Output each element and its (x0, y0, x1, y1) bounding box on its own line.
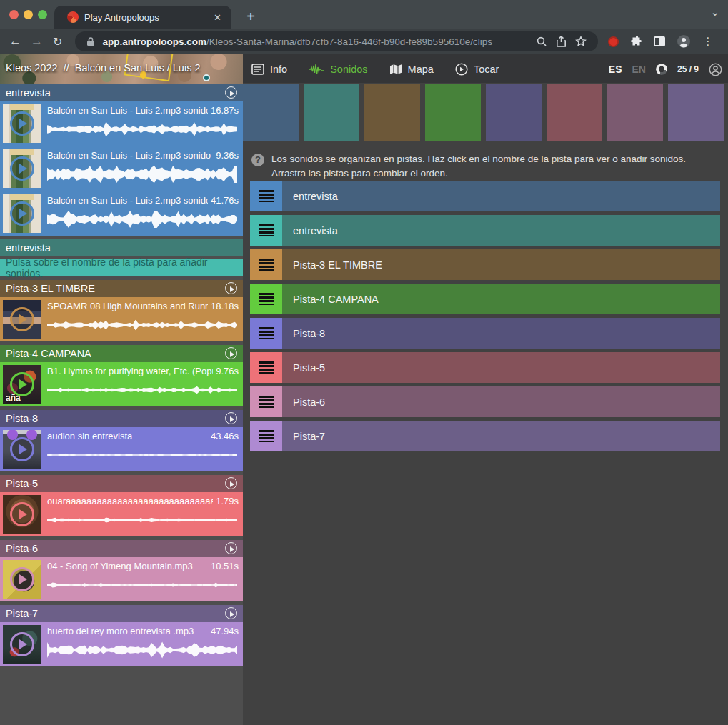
audio-clip[interactable]: Balcón en San Luis - Luis 2.mp3 sonido h… (0, 191, 243, 236)
track-row[interactable]: Pista-8 (250, 318, 720, 349)
close-window-button[interactable] (9, 10, 19, 19)
track-header[interactable]: Pista-4 CAMPANA (0, 345, 243, 362)
track-play-button[interactable] (225, 542, 237, 554)
track-header[interactable]: Pista-3 EL TIMBRE (0, 280, 243, 297)
profile-avatar[interactable] (677, 34, 691, 49)
drag-handle[interactable] (250, 352, 282, 383)
drag-handle[interactable] (250, 284, 282, 314)
tab-close-icon[interactable]: ✕ (211, 11, 224, 24)
waveform (47, 511, 237, 529)
play-overlay-icon[interactable] (10, 111, 34, 136)
lang-es-button[interactable]: ES (609, 64, 622, 75)
track-row-label[interactable]: entrevista (282, 215, 720, 246)
address-bar[interactable]: app.antropoloops.com/Kleos-Santa-Marina/… (75, 31, 598, 51)
play-overlay-icon[interactable] (10, 201, 34, 226)
track-row-label[interactable]: Pista-4 CAMPANA (282, 284, 720, 314)
forward-button[interactable]: → (31, 34, 43, 49)
play-overlay-icon[interactable] (10, 502, 34, 526)
maximize-window-button[interactable] (38, 10, 47, 19)
drag-handle[interactable] (250, 386, 282, 417)
track-header[interactable]: entrevista (0, 84, 243, 101)
clip-title: B1. Hymns for purifying water, Etc. (Pop… (47, 366, 213, 376)
play-overlay-icon[interactable] (10, 632, 34, 656)
tab-search-chevron-icon[interactable]: ⌄ (710, 6, 719, 19)
play-overlay-icon[interactable] (10, 567, 34, 591)
drag-handle[interactable] (250, 249, 282, 280)
track-row-label[interactable]: Pista-3 EL TIMBRE (282, 249, 720, 280)
audio-clip[interactable]: aña B1. Hymns for purifying water, Etc. … (0, 362, 243, 406)
extensions-puzzle-icon[interactable] (630, 36, 642, 48)
play-overlay-icon[interactable] (10, 307, 34, 331)
browser-tab[interactable]: Play Antropoloops ✕ (54, 6, 231, 29)
track-row[interactable]: Pista-7 (250, 421, 720, 451)
record-extension-icon[interactable] (608, 36, 619, 47)
track-row-label[interactable]: entrevista (282, 181, 720, 211)
drag-handle[interactable] (250, 181, 282, 211)
account-icon[interactable] (709, 63, 722, 76)
track-play-button[interactable] (225, 282, 237, 294)
play-overlay-icon[interactable] (10, 156, 34, 181)
reload-button[interactable]: ↻ (53, 35, 62, 49)
color-swatch[interactable] (547, 84, 602, 141)
track-row[interactable]: Pista-5 (250, 352, 720, 383)
load-counter: 25 / 9 (677, 64, 699, 74)
drag-handle[interactable] (250, 215, 282, 246)
track-play-button[interactable] (225, 607, 237, 619)
track-header[interactable]: entrevista (0, 239, 243, 256)
share-icon[interactable] (556, 36, 567, 47)
color-swatch[interactable] (243, 84, 299, 141)
color-swatch[interactable] (425, 84, 481, 141)
clip-duration: 9.76s (216, 366, 239, 376)
track-play-button[interactable] (225, 347, 237, 359)
track-play-button[interactable] (225, 86, 237, 99)
track-row[interactable]: Pista-6 (250, 386, 720, 417)
audio-clip[interactable]: ouaraaaaaaaaaaaaaaaaaaaaaaaaaaaaaaaaaaaa… (0, 492, 243, 536)
drag-handle[interactable] (250, 421, 282, 451)
map-banner[interactable]: Kleos 2022 // Balcón en San Luis / Luis … (0, 54, 243, 84)
lang-en-button[interactable]: EN (632, 64, 646, 75)
track-row[interactable]: entrevista (250, 181, 720, 211)
track-row[interactable]: entrevista (250, 215, 720, 246)
audio-clip[interactable]: Balcón en San Luis - Luis 2.mp3 sonido h… (0, 146, 243, 191)
drag-handle[interactable] (250, 318, 282, 349)
side-panel-icon[interactable] (654, 36, 665, 46)
track-row-label[interactable]: Pista-8 (282, 318, 720, 349)
clip-title: Balcón en San Luis - Luis 2.mp3 sonido h… (47, 150, 213, 161)
color-swatch[interactable] (668, 84, 724, 141)
audio-clip[interactable]: Balcón en San Luis - Luis 2.mp3 sonido h… (0, 101, 243, 146)
play-overlay-icon[interactable] (10, 437, 34, 461)
bookmark-star-icon[interactable] (575, 36, 587, 47)
audio-clip[interactable]: audion sin entrevista43.46s (0, 427, 243, 471)
color-swatch[interactable] (304, 84, 359, 141)
track-header[interactable]: Pista-7 (0, 605, 243, 622)
track-header[interactable]: Pista-5 (0, 475, 243, 492)
color-swatch[interactable] (364, 84, 420, 141)
audio-clip[interactable]: 04 - Song of Yimeng Mountain.mp310.51s (0, 557, 243, 601)
tab-mapa[interactable]: Mapa (389, 64, 434, 75)
track-row-label[interactable]: Pista-6 (282, 386, 720, 417)
track-row-label[interactable]: Pista-5 (282, 352, 720, 383)
track-header[interactable]: Pista-6 (0, 540, 243, 557)
clip-thumbnail (3, 194, 41, 233)
track-play-button[interactable] (225, 412, 237, 424)
track-row[interactable]: Pista-4 CAMPANA (250, 284, 720, 314)
color-swatch[interactable] (486, 84, 542, 141)
audio-clip[interactable]: SPOAMR 08 High Mountains and Running ...… (0, 297, 243, 341)
tab-tocar[interactable]: Tocar (455, 63, 499, 76)
color-swatch[interactable] (607, 84, 663, 141)
browser-menu-icon[interactable]: ⋮ (702, 35, 713, 48)
track-play-button[interactable] (225, 477, 237, 489)
track-row[interactable]: Pista-3 EL TIMBRE (250, 249, 720, 280)
clip-title: ouaraaaaaaaaaaaaaaaaaaaaaaaaaaaaaaaaaaaa… (47, 496, 213, 506)
audio-clip[interactable]: huerto del rey moro entrevista .mp347.94… (0, 622, 243, 666)
tab-info[interactable]: Info (251, 64, 287, 75)
zoom-page-icon[interactable] (536, 36, 547, 47)
minimize-window-button[interactable] (24, 10, 33, 19)
tab-sonidos-label: Sonidos (330, 64, 367, 75)
track-header[interactable]: Pista-8 (0, 410, 243, 427)
url-text: app.antropoloops.com/Kleos-Santa-Marina/… (102, 36, 532, 47)
track-row-label[interactable]: Pista-7 (282, 421, 720, 451)
tab-sonidos[interactable]: Sonidos (309, 64, 367, 75)
back-button[interactable]: ← (9, 34, 21, 49)
new-tab-button[interactable]: + (241, 7, 260, 26)
